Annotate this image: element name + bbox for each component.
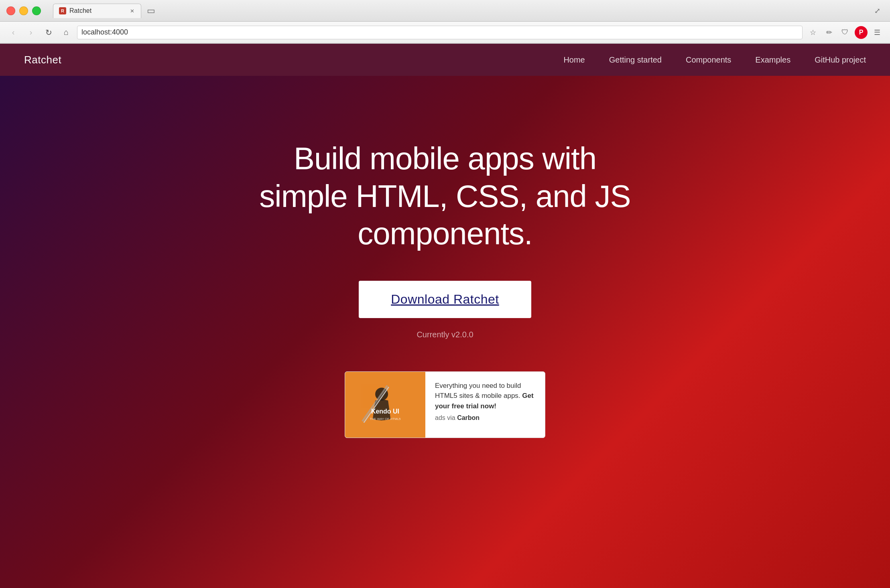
tab-favicon: R: [59, 7, 66, 14]
menu-icon[interactable]: ☰: [871, 26, 884, 39]
ad-content: Everything you need to build HTML5 sites…: [425, 372, 545, 438]
nav-links: Home Getting started Components Examples…: [563, 55, 866, 65]
hero-section: Build mobile apps with simple HTML, CSS,…: [0, 76, 890, 588]
svg-text:Kendo UI: Kendo UI: [371, 408, 399, 414]
pinterest-icon[interactable]: P: [855, 26, 868, 39]
pencil-icon[interactable]: ✏: [823, 26, 835, 39]
home-button[interactable]: ⌂: [59, 26, 73, 39]
browser-toolbar: ‹ › ↻ ⌂ ☆ ✏ 🛡 P ☰: [0, 22, 890, 43]
toolbar-icons: ☆ ✏ 🛡 P ☰: [807, 26, 884, 39]
close-button[interactable]: [6, 6, 15, 15]
nav-item-home[interactable]: Home: [563, 55, 585, 65]
nav-link-home[interactable]: Home: [563, 55, 585, 64]
ad-via-prefix: ads via: [435, 414, 457, 421]
ad-image: Kendo UI THE WAY OF HTML5: [345, 372, 425, 438]
ad-card[interactable]: Kendo UI THE WAY OF HTML5 Everything you…: [345, 371, 545, 438]
nav-item-components[interactable]: Components: [686, 55, 731, 65]
svg-text:THE WAY OF HTML5: THE WAY OF HTML5: [370, 417, 401, 420]
maximize-button[interactable]: [32, 6, 41, 15]
shield-icon[interactable]: 🛡: [839, 26, 851, 39]
reload-button[interactable]: ↻: [42, 26, 55, 39]
website-content: Ratchet Home Getting started Components …: [0, 44, 890, 588]
version-text: Currently v2.0.0: [417, 330, 473, 339]
kendo-ui-image: Kendo UI THE WAY OF HTML5: [353, 380, 417, 430]
download-button[interactable]: Download Ratchet: [359, 281, 531, 318]
minimize-button[interactable]: [19, 6, 28, 15]
nav-link-github[interactable]: GitHub project: [815, 55, 866, 64]
star-icon[interactable]: ☆: [807, 26, 819, 39]
tab-close-button[interactable]: ✕: [129, 8, 135, 14]
browser-chrome: R Ratchet ✕ ▭ ⤢ ‹ › ↻ ⌂ ☆ ✏ 🛡 P ☰: [0, 0, 890, 44]
hero-headline: Build mobile apps with simple HTML, CSS,…: [254, 140, 636, 253]
nav-item-examples[interactable]: Examples: [755, 55, 790, 65]
nav-item-github[interactable]: GitHub project: [815, 55, 866, 65]
nav-link-examples[interactable]: Examples: [755, 55, 790, 64]
ad-via: ads via Carbon: [435, 414, 535, 422]
url-input[interactable]: [81, 28, 798, 36]
nav-item-getting-started[interactable]: Getting started: [609, 55, 662, 65]
nav-link-getting-started[interactable]: Getting started: [609, 55, 662, 64]
ad-description: Everything you need to build HTML5 sites…: [435, 381, 535, 412]
tab-bar: R Ratchet ✕ ▭: [53, 4, 871, 18]
traffic-lights: [6, 6, 41, 15]
new-tab-button[interactable]: ▭: [144, 5, 158, 17]
site-nav: Ratchet Home Getting started Components …: [0, 44, 890, 76]
address-bar[interactable]: [77, 26, 803, 39]
site-logo: Ratchet: [24, 54, 61, 66]
ad-text-main: Everything you need to build HTML5 sites…: [435, 382, 522, 400]
browser-titlebar: R Ratchet ✕ ▭ ⤢: [0, 0, 890, 22]
back-button[interactable]: ‹: [6, 26, 20, 39]
tab-title: Ratchet: [69, 7, 126, 14]
fullscreen-icon[interactable]: ⤢: [871, 4, 884, 17]
nav-link-components[interactable]: Components: [686, 55, 731, 64]
browser-tab[interactable]: R Ratchet ✕: [53, 4, 141, 18]
forward-button[interactable]: ›: [24, 26, 38, 39]
ad-via-name: Carbon: [457, 414, 480, 421]
